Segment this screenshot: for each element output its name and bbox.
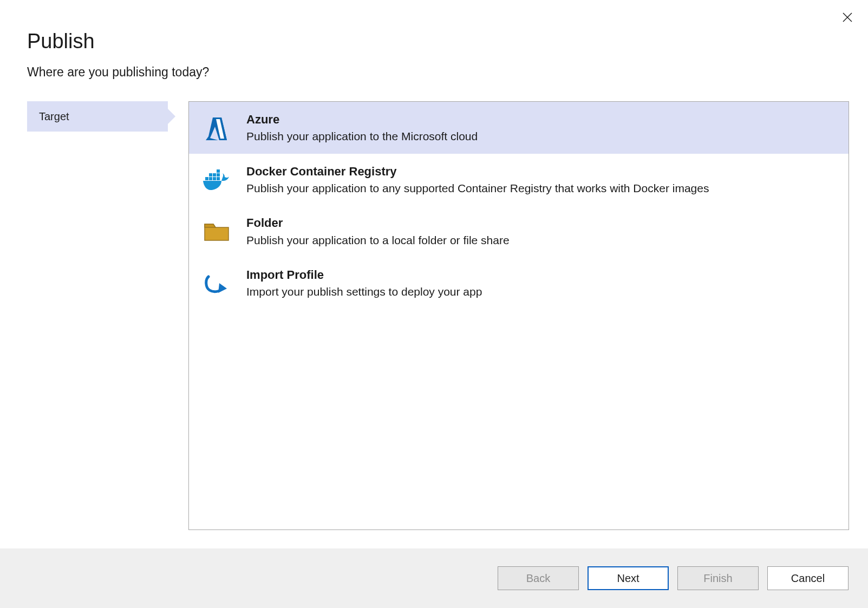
- steps-list: Target: [27, 101, 168, 132]
- svg-rect-6: [209, 173, 212, 176]
- option-import-title: Import Profile: [246, 268, 834, 282]
- svg-rect-8: [217, 173, 220, 176]
- close-button[interactable]: [840, 10, 855, 25]
- next-button[interactable]: Next: [588, 566, 669, 590]
- option-import-profile[interactable]: Import Profile Import your publish setti…: [189, 257, 849, 309]
- back-button: Back: [498, 566, 579, 590]
- option-azure-desc: Publish your application to the Microsof…: [246, 129, 834, 143]
- option-import-text: Import Profile Import your publish setti…: [246, 268, 834, 299]
- option-azure-text: Azure Publish your application to the Mi…: [246, 113, 834, 144]
- option-azure-title: Azure: [246, 113, 834, 127]
- main-body: Target Azure Publish your application to…: [0, 80, 868, 530]
- finish-button: Finish: [677, 566, 759, 590]
- svg-rect-3: [209, 177, 212, 180]
- svg-rect-2: [205, 177, 208, 180]
- svg-rect-9: [217, 169, 220, 173]
- svg-rect-7: [213, 173, 216, 176]
- header: Publish Where are you publishing today?: [0, 0, 868, 80]
- option-docker-text: Docker Container Registry Publish your a…: [246, 165, 834, 196]
- target-options-panel: Azure Publish your application to the Mi…: [188, 101, 849, 530]
- folder-icon: [202, 217, 231, 246]
- cancel-button[interactable]: Cancel: [767, 566, 849, 590]
- docker-icon: [202, 166, 231, 195]
- page-subtitle: Where are you publishing today?: [27, 65, 868, 80]
- option-folder-title: Folder: [246, 216, 834, 230]
- option-import-desc: Import your publish settings to deploy y…: [246, 284, 834, 299]
- svg-rect-4: [213, 177, 216, 180]
- footer-bar: Back Next Finish Cancel: [0, 548, 868, 608]
- option-docker-title: Docker Container Registry: [246, 165, 834, 179]
- option-folder-text: Folder Publish your application to a loc…: [246, 216, 834, 247]
- step-target[interactable]: Target: [27, 101, 168, 132]
- step-target-label: Target: [39, 110, 69, 123]
- import-icon: [202, 269, 231, 298]
- option-folder-desc: Publish your application to a local fold…: [246, 233, 834, 247]
- page-title: Publish: [27, 30, 868, 53]
- option-azure[interactable]: Azure Publish your application to the Mi…: [189, 102, 849, 154]
- azure-icon: [202, 114, 231, 143]
- option-folder[interactable]: Folder Publish your application to a loc…: [189, 205, 849, 257]
- close-icon: [842, 12, 853, 23]
- svg-rect-5: [217, 177, 220, 180]
- option-docker[interactable]: Docker Container Registry Publish your a…: [189, 154, 849, 206]
- option-docker-desc: Publish your application to any supporte…: [246, 181, 834, 195]
